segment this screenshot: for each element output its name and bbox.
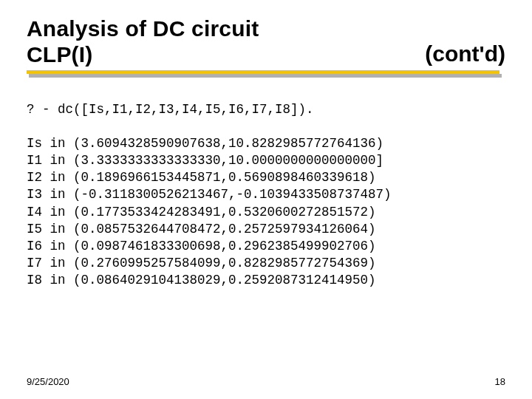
code-line: I3 in (-0.3118300526213467,-0.1039433508… bbox=[27, 187, 392, 202]
footer-page: 18 bbox=[495, 376, 505, 387]
slide-title-contd: (cont'd) bbox=[425, 41, 505, 67]
code-line: I7 in (0.2760995257584099,0.828298577275… bbox=[27, 256, 376, 270]
footer: 9/25/2020 18 bbox=[27, 376, 505, 387]
code-line: Is in (3.6094328590907638,10.82829857727… bbox=[27, 136, 383, 151]
title-rule-bar bbox=[27, 70, 499, 74]
title-rule bbox=[27, 70, 505, 81]
code-line: I1 in (3.3333333333333330,10.00000000000… bbox=[27, 153, 383, 168]
title-row: Analysis of DC circuitCLP(I) (cont'd) bbox=[27, 16, 505, 67]
code-line: I8 in (0.0864029104138029,0.259208731241… bbox=[27, 273, 376, 287]
code-block: ? - dc([Is,I1,I2,I3,I4,I5,I6,I7,I8]). Is… bbox=[27, 101, 505, 289]
title-rule-shadow bbox=[29, 74, 502, 78]
footer-date: 9/25/2020 bbox=[27, 376, 69, 387]
code-line: I5 in (0.0857532644708472,0.257259793412… bbox=[27, 222, 376, 236]
code-line: I2 in (0.1896966153445871,0.569089846033… bbox=[27, 170, 376, 185]
slide-title: Analysis of DC circuitCLP(I) bbox=[27, 16, 259, 67]
code-query: ? - dc([Is,I1,I2,I3,I4,I5,I6,I7,I8]). bbox=[27, 102, 314, 117]
code-line: I6 in (0.0987461833300698,0.296238549990… bbox=[27, 239, 376, 253]
slide: Analysis of DC circuitCLP(I) (cont'd) ? … bbox=[0, 0, 532, 399]
code-line: I4 in (0.1773533424283491,0.532060027285… bbox=[27, 205, 376, 219]
